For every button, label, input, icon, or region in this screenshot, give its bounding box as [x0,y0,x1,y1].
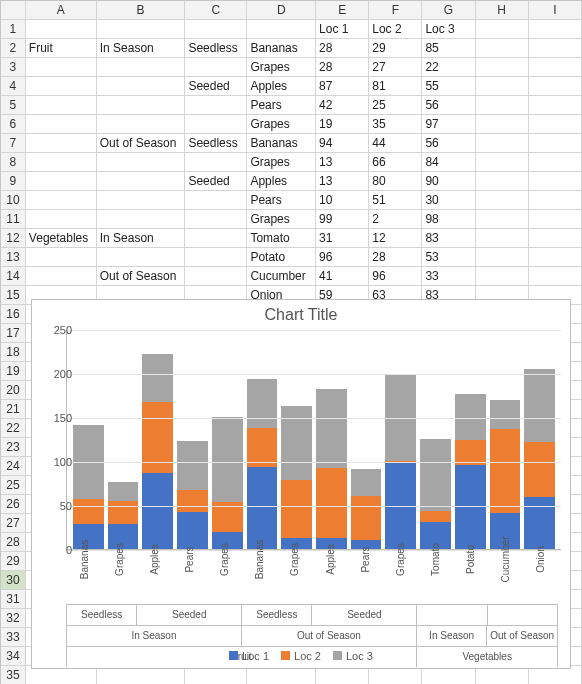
cell[interactable]: 56 [422,134,475,153]
cell[interactable]: Tomato [247,229,316,248]
row-header[interactable]: 17 [1,324,25,343]
cell[interactable] [528,39,581,58]
col-header-B[interactable]: B [96,1,185,20]
cell[interactable] [475,39,528,58]
cell[interactable] [475,96,528,115]
col-header-H[interactable]: H [475,1,528,20]
cell[interactable]: 13 [316,172,369,191]
cell[interactable]: 56 [422,96,475,115]
cell[interactable]: Seedless [185,134,247,153]
cell[interactable] [528,77,581,96]
col-header-A[interactable]: A [25,1,96,20]
cell[interactable] [528,172,581,191]
cell[interactable] [528,153,581,172]
cell[interactable] [96,191,185,210]
row-header[interactable]: 18 [1,343,25,362]
cell[interactable]: 96 [369,267,422,286]
bar[interactable] [524,330,555,549]
cell[interactable] [96,20,185,39]
cell[interactable] [25,267,96,286]
cell[interactable]: 28 [369,248,422,267]
spreadsheet[interactable]: { "columns": ["A","B","C","D","E","F","G… [0,0,582,684]
cell[interactable] [528,267,581,286]
cell[interactable]: 28 [316,58,369,77]
bar[interactable] [281,330,312,549]
row-header[interactable]: 10 [1,191,25,210]
bar[interactable] [490,330,521,549]
cell[interactable]: 22 [422,58,475,77]
cell[interactable] [25,210,96,229]
col-header-I[interactable]: I [528,1,581,20]
cell[interactable] [96,58,185,77]
cell[interactable]: Pears [247,96,316,115]
cell[interactable] [96,153,185,172]
cell[interactable] [185,191,247,210]
cell[interactable] [185,267,247,286]
cell[interactable]: Loc 1 [316,20,369,39]
cell[interactable]: In Season [96,39,185,58]
cell[interactable] [25,115,96,134]
cell[interactable]: 53 [422,248,475,267]
cell[interactable]: 87 [316,77,369,96]
cell[interactable]: Potato [247,248,316,267]
cell[interactable]: 29 [369,39,422,58]
cell[interactable] [528,248,581,267]
row-header[interactable]: 20 [1,381,25,400]
cell[interactable]: Out of Season [96,267,185,286]
cell[interactable] [475,191,528,210]
row-header[interactable]: 7 [1,134,25,153]
cell[interactable]: 33 [422,267,475,286]
cell[interactable]: 51 [369,191,422,210]
cell[interactable] [25,96,96,115]
legend-item-loc2[interactable]: Loc 2 [281,650,321,662]
cell[interactable]: Out of Season [96,134,185,153]
cell[interactable]: Vegetables [25,229,96,248]
cell[interactable] [475,153,528,172]
cell[interactable]: 10 [316,191,369,210]
cell[interactable]: 81 [369,77,422,96]
cell[interactable] [475,115,528,134]
cell[interactable] [475,134,528,153]
cell[interactable]: Loc 2 [369,20,422,39]
cell[interactable] [475,58,528,77]
embedded-chart[interactable]: Chart Title BananasGrapesApplesPearsGrap… [31,299,571,669]
row-header[interactable]: 6 [1,115,25,134]
cell[interactable] [185,96,247,115]
cell[interactable]: Fruit [25,39,96,58]
row-header[interactable]: 4 [1,77,25,96]
cell[interactable]: Grapes [247,115,316,134]
cell[interactable] [528,58,581,77]
legend-item-loc3[interactable]: Loc 3 [333,650,373,662]
bar[interactable] [455,330,486,549]
cell[interactable]: Pears [247,191,316,210]
cell[interactable] [96,210,185,229]
cell[interactable] [185,58,247,77]
cell[interactable]: 25 [369,96,422,115]
row-header[interactable]: 13 [1,248,25,267]
bar[interactable] [385,330,416,549]
cell[interactable]: 94 [316,134,369,153]
cell[interactable]: 19 [316,115,369,134]
cell[interactable] [528,134,581,153]
col-header-F[interactable]: F [369,1,422,20]
cell[interactable] [25,58,96,77]
cell[interactable]: Cucumber [247,267,316,286]
cell[interactable] [185,153,247,172]
cell[interactable] [25,134,96,153]
cell[interactable]: Grapes [247,58,316,77]
cell[interactable]: Bananas [247,39,316,58]
row-header[interactable]: 31 [1,590,25,609]
cell[interactable]: 44 [369,134,422,153]
bar[interactable] [316,330,347,549]
cell[interactable] [25,191,96,210]
cell[interactable] [96,96,185,115]
cell[interactable] [528,96,581,115]
cell[interactable]: 90 [422,172,475,191]
cell[interactable]: Apples [247,77,316,96]
cell[interactable] [528,191,581,210]
cell[interactable] [25,20,96,39]
bar[interactable] [247,330,278,549]
cell[interactable]: 31 [316,229,369,248]
cell[interactable]: Loc 3 [422,20,475,39]
cell[interactable] [96,77,185,96]
